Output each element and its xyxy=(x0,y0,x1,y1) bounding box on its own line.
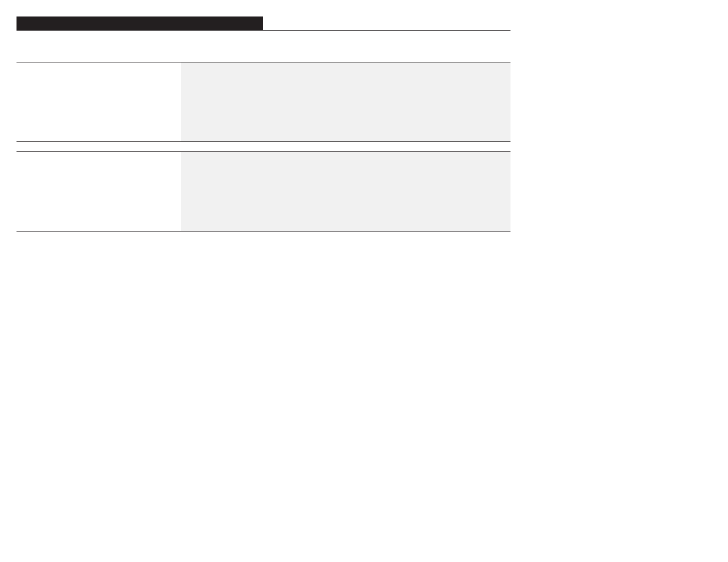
table-cell-left xyxy=(17,62,181,141)
table-section xyxy=(17,62,510,232)
table-cell-right xyxy=(235,152,510,231)
table-row-separator xyxy=(17,142,510,152)
header-black-bar xyxy=(17,16,263,31)
document-container xyxy=(17,16,510,232)
table-cell-middle xyxy=(181,152,235,231)
table-cell-right xyxy=(235,62,510,141)
header-section xyxy=(17,16,510,31)
table-cell-left xyxy=(17,152,181,231)
table-row xyxy=(17,62,510,142)
table-cell-middle xyxy=(181,62,235,141)
table-row xyxy=(17,152,510,232)
